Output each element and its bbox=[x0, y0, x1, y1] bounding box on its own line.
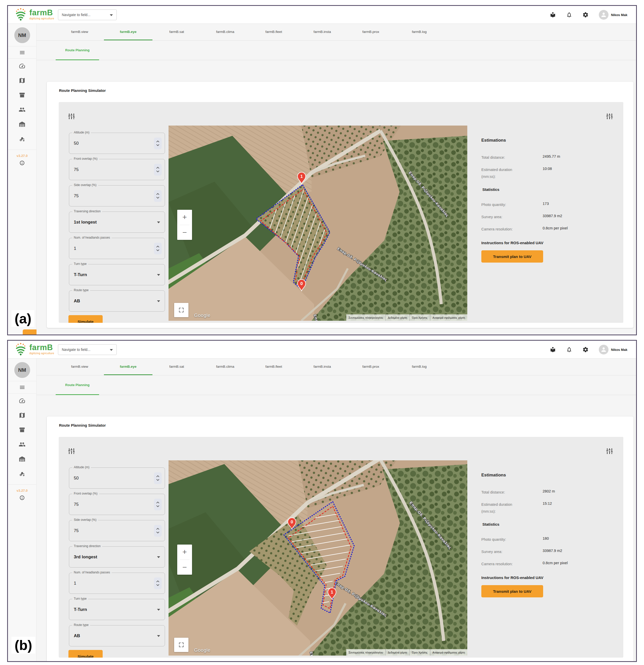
library-icon[interactable] bbox=[550, 12, 556, 18]
simulate-button[interactable]: Simulate bbox=[69, 315, 103, 323]
zoom-in-button[interactable]: + bbox=[177, 545, 192, 559]
warehouse-icon bbox=[19, 456, 25, 462]
notifications-bell-icon[interactable] bbox=[566, 346, 572, 353]
tab-farmb-log[interactable]: farmB.log bbox=[395, 359, 444, 375]
turn-type-select[interactable]: Turn type T-Turn bbox=[69, 264, 165, 285]
chevron-down-icon bbox=[157, 609, 160, 611]
zoom-out-button[interactable]: − bbox=[177, 560, 192, 575]
tab-route-planning[interactable]: Route Planning bbox=[56, 375, 99, 395]
fullscreen-button[interactable] bbox=[174, 638, 188, 652]
tab-farmb-log[interactable]: farmB.log bbox=[395, 24, 444, 40]
sidebar-menu-toggle[interactable] bbox=[8, 381, 36, 394]
tab-farmb-sat[interactable]: farmB.sat bbox=[152, 359, 201, 375]
traversing-direction-select[interactable]: Traversing direction 3rd longest bbox=[69, 546, 165, 568]
tab-route-planning[interactable]: Route Planning bbox=[56, 41, 99, 60]
map-data-link[interactable]: Δεδομένα χάρτη bbox=[385, 649, 409, 656]
user-menu[interactable]: Nikos Mak bbox=[599, 345, 627, 355]
fullscreen-button[interactable] bbox=[174, 303, 188, 317]
tab-farmb-fleet[interactable]: farmB.fleet bbox=[250, 359, 298, 375]
altitude-stepper[interactable] bbox=[154, 137, 162, 149]
report-error-link[interactable]: Αναφορά σφάλματος χάρτη bbox=[430, 649, 467, 656]
transmit-plan-button[interactable]: Transmit plan to UAV bbox=[481, 585, 543, 597]
keyboard-shortcuts-link[interactable]: Συντομεύσεις πληκτρολογίου bbox=[346, 649, 385, 656]
user-menu[interactable]: Nikos Mak bbox=[599, 10, 627, 20]
info-icon[interactable] bbox=[19, 495, 25, 501]
altitude-field[interactable]: Altitude (m) 50 bbox=[69, 468, 165, 489]
tab-farmb-insta[interactable]: farmB.insta bbox=[298, 359, 347, 375]
headlands-passes-field[interactable]: Num. of headlands passes 1 bbox=[69, 238, 165, 259]
settings-gear-icon[interactable] bbox=[583, 12, 589, 18]
notifications-bell-icon[interactable] bbox=[566, 12, 572, 18]
report-error-link[interactable]: Αναφορά σφάλματος χάρτη bbox=[430, 315, 467, 321]
tab-farmb-eye[interactable]: farmB.eye bbox=[104, 359, 152, 375]
tab-farmb-insta[interactable]: farmB.insta bbox=[298, 24, 347, 40]
storage-box-icon bbox=[19, 92, 25, 98]
side-overlap-stepper[interactable] bbox=[154, 190, 162, 202]
side-overlap-field[interactable]: Side overlap (%) 75 bbox=[69, 520, 165, 541]
route-type-select[interactable]: Route type AB bbox=[69, 625, 165, 646]
terms-link[interactable]: Όροι Χρήσης bbox=[409, 315, 430, 321]
terms-link[interactable]: Όροι Χρήσης bbox=[409, 649, 430, 656]
side-overlap-field[interactable]: Side overlap (%) 75 bbox=[69, 185, 165, 206]
sidebar-item-warehouse[interactable] bbox=[8, 117, 36, 131]
tab-farmb-clima[interactable]: farmB.clima bbox=[201, 24, 250, 40]
sidebar-item-storage[interactable] bbox=[8, 88, 36, 102]
sidebar-item-dashboard[interactable] bbox=[8, 59, 36, 73]
front-overlap-field[interactable]: Front overlap (%) 75 bbox=[69, 159, 165, 180]
sidebar-item-machinery[interactable] bbox=[8, 131, 36, 146]
transmit-plan-button[interactable]: Transmit plan to UAV bbox=[481, 250, 543, 263]
keyboard-shortcuts-link[interactable]: Συντομεύσεις πληκτρολογίου bbox=[346, 315, 385, 321]
tab-farmb-eye[interactable]: farmB.eye bbox=[104, 24, 152, 40]
tractor-icon bbox=[19, 470, 25, 477]
navigate-to-field-select[interactable]: Navigate to field... bbox=[58, 344, 117, 355]
navigate-to-field-select[interactable]: Navigate to field... bbox=[58, 10, 117, 20]
sidebar-item-storage[interactable] bbox=[8, 422, 36, 437]
sidebar-item-warehouse[interactable] bbox=[8, 452, 36, 466]
side-overlap-stepper[interactable] bbox=[154, 525, 162, 537]
sidebar-item-fields-map[interactable] bbox=[8, 408, 36, 422]
sidebar-menu-toggle[interactable] bbox=[8, 46, 36, 59]
front-overlap-stepper[interactable] bbox=[154, 164, 162, 175]
route-type-select[interactable]: Route type AB bbox=[69, 290, 165, 311]
people-group-icon bbox=[19, 106, 25, 113]
clipped-orange-button[interactable] bbox=[23, 329, 38, 335]
sidebar-item-machinery[interactable] bbox=[8, 466, 36, 481]
sidebar-user-initials[interactable]: NM bbox=[14, 27, 30, 43]
front-overlap-field[interactable]: Front overlap (%) 75 bbox=[69, 494, 165, 515]
front-overlap-stepper[interactable] bbox=[154, 499, 162, 510]
altitude-field[interactable]: Altitude (m) 50 bbox=[69, 133, 165, 154]
map-canvas[interactable]: Επαρ.Οδ. Ριζόμυλου-Καναλίας Επαρ.Οδ. Ριζ… bbox=[168, 460, 467, 656]
turn-type-select[interactable]: Turn type T-Turn bbox=[69, 599, 165, 620]
tab-farmb-fleet[interactable]: farmB.fleet bbox=[250, 24, 298, 40]
library-icon[interactable] bbox=[550, 346, 556, 353]
tab-farmb-prox[interactable]: farmB.prox bbox=[347, 24, 395, 40]
tab-farmb-prox[interactable]: farmB.prox bbox=[347, 359, 395, 375]
tab-farmb-clima[interactable]: farmB.clima bbox=[201, 359, 250, 375]
zoom-in-button[interactable]: + bbox=[177, 210, 192, 225]
altitude-stepper[interactable] bbox=[154, 472, 162, 484]
app-version: v3.27.0 bbox=[17, 154, 27, 158]
headlands-passes-field[interactable]: Num. of headlands passes 1 bbox=[69, 573, 165, 594]
tab-farmb-sat[interactable]: farmB.sat bbox=[152, 24, 201, 40]
map-canvas[interactable]: Επαρ.Οδ. Ριζόμυλου-Καναλίας Επαρ.Οδ. Ριζ… bbox=[168, 126, 467, 321]
sidebar-item-dashboard[interactable] bbox=[8, 394, 36, 408]
simulate-button[interactable]: Simulate bbox=[69, 650, 103, 658]
sidebar-item-fields-map[interactable] bbox=[8, 73, 36, 88]
map-zoom-control: + − bbox=[177, 545, 192, 575]
farmb-logo[interactable]: farmB digitizing agriculture bbox=[15, 8, 54, 21]
headlands-passes-stepper[interactable] bbox=[154, 243, 162, 254]
farmb-logo[interactable]: farmB digitizing agriculture bbox=[15, 343, 54, 356]
sidebar-item-team[interactable] bbox=[8, 437, 36, 452]
settings-gear-icon[interactable] bbox=[583, 346, 589, 353]
sidebar-user-initials[interactable]: NM bbox=[14, 362, 30, 378]
tab-farmb-view[interactable]: farmB.view bbox=[55, 359, 104, 375]
top-bar-actions: Nikos Mak bbox=[550, 341, 627, 359]
tab-farmb-view[interactable]: farmB.view bbox=[55, 24, 104, 40]
zoom-out-button[interactable]: − bbox=[177, 225, 192, 240]
info-icon[interactable] bbox=[19, 160, 25, 167]
traversing-direction-select[interactable]: Traversing direction 1st longest bbox=[69, 211, 165, 233]
chevron-down-icon bbox=[110, 349, 113, 351]
headlands-passes-stepper[interactable] bbox=[154, 577, 162, 589]
map-data-link[interactable]: Δεδομένα χάρτη bbox=[385, 315, 409, 321]
sidebar-item-team[interactable] bbox=[8, 102, 36, 117]
